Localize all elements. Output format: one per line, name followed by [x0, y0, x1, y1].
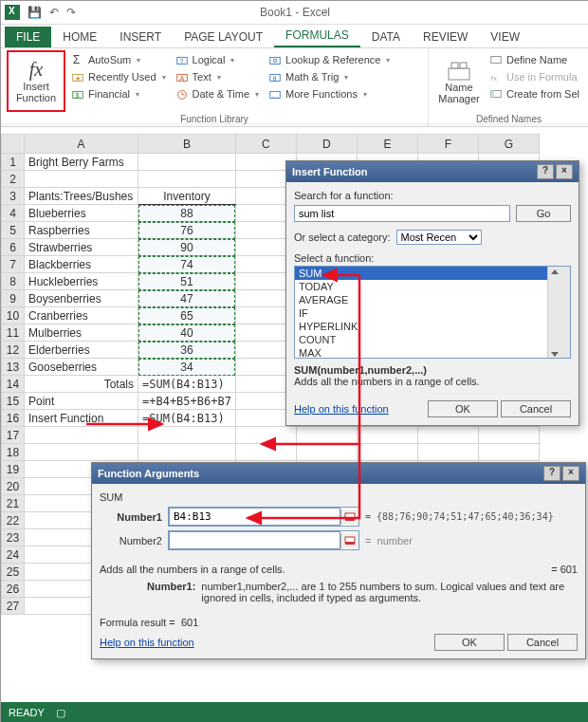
cell[interactable]: 51: [138, 273, 236, 290]
cell[interactable]: Strawberries: [25, 239, 138, 256]
logical-button[interactable]: ?Logical▾: [172, 52, 264, 67]
collapse-dialog-icon[interactable]: [340, 533, 358, 548]
row-header[interactable]: 17: [2, 427, 25, 444]
tab-insert[interactable]: INSERT: [108, 27, 173, 47]
redo-icon[interactable]: ↷: [66, 6, 76, 19]
cell[interactable]: Gooseberries: [25, 359, 138, 376]
cell[interactable]: [235, 427, 296, 444]
ok-button[interactable]: OK: [434, 634, 505, 651]
search-input[interactable]: [294, 205, 510, 222]
row-header[interactable]: 4: [2, 205, 25, 222]
cell[interactable]: [296, 444, 357, 461]
list-item[interactable]: COUNT: [295, 333, 570, 346]
number2-input[interactable]: [168, 530, 359, 550]
cell[interactable]: Totals: [25, 376, 138, 393]
col-header-c[interactable]: C: [235, 135, 296, 154]
col-header-d[interactable]: D: [296, 135, 357, 154]
row-header[interactable]: 7: [2, 256, 25, 273]
dialog-titlebar[interactable]: Function Arguments ?×: [92, 463, 585, 484]
row-header[interactable]: 6: [2, 239, 25, 256]
help-link[interactable]: Help on this function: [100, 637, 194, 648]
cell[interactable]: Huckleberries: [25, 273, 138, 290]
help-link[interactable]: Help on this function: [294, 403, 389, 415]
cell[interactable]: =SUM(B4:B13): [138, 376, 236, 393]
cell[interactable]: Insert Function: [25, 410, 138, 427]
row-header[interactable]: 26: [2, 581, 25, 598]
cell[interactable]: Bright Berry Farms: [25, 154, 138, 171]
cell[interactable]: [478, 444, 539, 461]
col-header-a[interactable]: A: [25, 135, 138, 154]
cell[interactable]: [417, 427, 478, 444]
close-icon[interactable]: ×: [556, 164, 573, 179]
cell[interactable]: 40: [138, 324, 236, 342]
cell[interactable]: [417, 444, 478, 461]
tab-review[interactable]: REVIEW: [412, 27, 479, 47]
collapse-dialog-icon[interactable]: [340, 509, 358, 525]
list-item[interactable]: TODAY: [295, 280, 570, 293]
close-icon[interactable]: ×: [562, 466, 579, 481]
cell[interactable]: 65: [138, 307, 236, 324]
tab-file[interactable]: FILE: [5, 27, 51, 47]
function-list[interactable]: SUM TODAY AVERAGE IF HYPERLINK COUNT MAX: [294, 266, 571, 359]
cell[interactable]: 34: [138, 359, 236, 376]
row-header[interactable]: 18: [2, 444, 25, 461]
row-header[interactable]: 15: [2, 393, 25, 410]
row-header[interactable]: 13: [2, 359, 25, 376]
cell[interactable]: [357, 427, 417, 444]
insert-function-button[interactable]: fx Insert Function: [7, 50, 65, 112]
macro-record-icon[interactable]: ▢: [56, 707, 65, 719]
row-header[interactable]: 8: [2, 273, 25, 290]
undo-icon[interactable]: ↶: [49, 6, 59, 19]
help-icon[interactable]: ?: [537, 164, 554, 179]
cell[interactable]: Point: [25, 393, 138, 410]
cell[interactable]: Raspberries: [25, 222, 138, 239]
financial-button[interactable]: $Financial▾: [67, 86, 170, 102]
cancel-button[interactable]: Cancel: [507, 634, 578, 651]
create-from-selection-button[interactable]: Create from Sel: [486, 86, 583, 102]
row-header[interactable]: 10: [2, 307, 25, 324]
row-header[interactable]: 22: [2, 512, 25, 529]
list-item[interactable]: SUM: [295, 267, 570, 280]
row-header[interactable]: 11: [2, 324, 25, 342]
row-header[interactable]: 3: [2, 188, 25, 205]
col-header-e[interactable]: E: [357, 135, 417, 154]
cell[interactable]: =+B4+B5+B6+B7: [138, 393, 236, 410]
row-header[interactable]: 9: [2, 290, 25, 307]
dialog-titlebar[interactable]: Insert Function ?×: [286, 161, 579, 182]
cell[interactable]: [296, 427, 357, 444]
list-item[interactable]: MAX: [295, 346, 570, 359]
row-header[interactable]: 14: [2, 376, 25, 393]
more-functions-button[interactable]: …More Functions▾: [265, 86, 394, 102]
tab-data[interactable]: DATA: [360, 27, 412, 47]
cell[interactable]: Blackberries: [25, 256, 138, 273]
cell[interactable]: [235, 444, 296, 461]
select-all-corner[interactable]: [2, 135, 25, 154]
cell[interactable]: Mulberries: [25, 324, 138, 342]
lookup-reference-button[interactable]: Lookup & Reference▾: [265, 52, 394, 67]
date-time-button[interactable]: Date & Time▾: [172, 86, 264, 102]
list-item[interactable]: AVERAGE: [295, 293, 570, 306]
recently-used-button[interactable]: ★Recently Used▾: [67, 69, 170, 84]
name-manager-button[interactable]: Name Manager: [434, 50, 484, 112]
scrollbar[interactable]: [547, 267, 570, 359]
cell[interactable]: 88: [138, 205, 236, 222]
cell[interactable]: 47: [138, 290, 236, 307]
cell[interactable]: [478, 427, 539, 444]
row-header[interactable]: 23: [2, 529, 25, 546]
cancel-button[interactable]: Cancel: [501, 400, 571, 417]
row-header[interactable]: 21: [2, 495, 25, 512]
row-header[interactable]: 24: [2, 546, 25, 564]
autosum-button[interactable]: ΣAutoSum▾: [67, 52, 170, 67]
list-item[interactable]: IF: [295, 306, 570, 320]
go-button[interactable]: Go: [516, 205, 571, 222]
tab-page-layout[interactable]: PAGE LAYOUT: [173, 27, 274, 47]
cell[interactable]: 36: [138, 342, 236, 359]
cell[interactable]: 74: [138, 256, 236, 273]
cell[interactable]: [25, 444, 138, 461]
math-trig-button[interactable]: θMath & Trig▾: [265, 69, 394, 84]
use-in-formula-button[interactable]: fxUse in Formula: [486, 69, 583, 84]
row-header[interactable]: 16: [2, 410, 25, 427]
save-icon[interactable]: 💾: [28, 6, 42, 19]
row-header[interactable]: 1: [2, 154, 25, 171]
row-header[interactable]: 2: [2, 171, 25, 188]
